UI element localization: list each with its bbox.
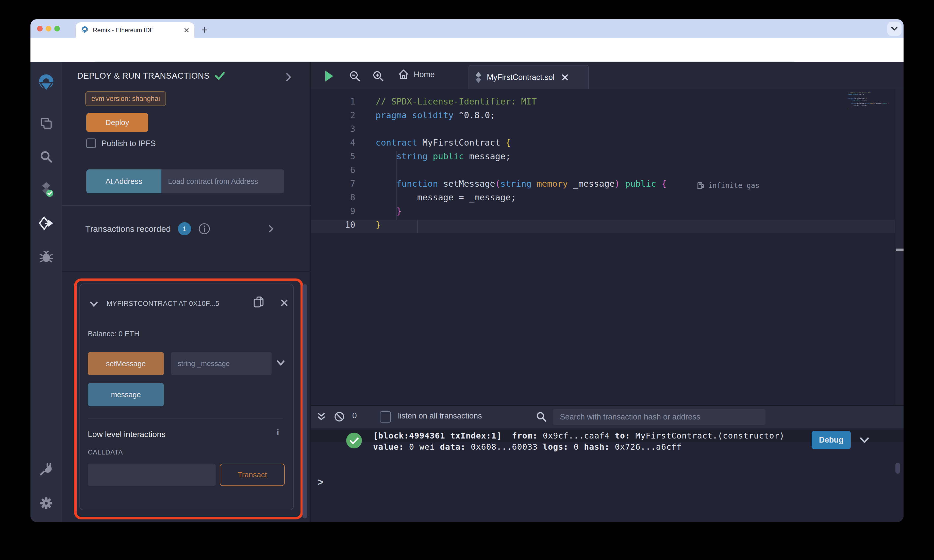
remix-app: DEPLOY & RUN TRANSACTIONS evm version: s…: [31, 62, 903, 522]
plugin-manager-icon[interactable]: [31, 458, 62, 480]
deploy-run-icon[interactable]: [31, 212, 62, 234]
home-icon: [398, 69, 409, 80]
browser-window: Remix - Ethereum IDE: [31, 19, 903, 522]
copy-address-icon[interactable]: [253, 296, 265, 309]
zoom-out-icon[interactable]: [349, 71, 361, 82]
file-explorer-icon[interactable]: [31, 112, 62, 134]
home-tab-label: Home: [414, 70, 435, 79]
close-window-button[interactable]: [37, 26, 43, 31]
new-tab-button[interactable]: [198, 23, 211, 37]
gas-estimate-label: infinite gas: [708, 182, 759, 190]
file-tab-label: MyFirstContract.sol: [487, 73, 555, 82]
at-address-input[interactable]: [162, 169, 284, 193]
code-editor[interactable]: 12345678910 // SPDX-License-Identifier: …: [311, 89, 903, 405]
section-divider: [62, 271, 311, 272]
solidity-compiler-icon[interactable]: [31, 178, 62, 200]
search-icon[interactable]: [31, 146, 62, 168]
evm-version-badge: evm version: shanghai: [85, 91, 166, 106]
transaction-log[interactable]: [block:4994361 txIndex:1] from: 0x9cf...…: [373, 430, 790, 452]
deploy-panel: DEPLOY & RUN TRANSACTIONS evm version: s…: [62, 62, 311, 522]
solidity-file-icon: [475, 72, 482, 83]
clear-console-icon[interactable]: [334, 411, 345, 422]
terminal-search-input[interactable]: [553, 409, 766, 425]
browser-tabstrip: Remix - Ethereum IDE: [31, 19, 903, 38]
plus-icon: [201, 27, 208, 33]
close-file-tab-icon[interactable]: [562, 74, 568, 81]
terminal-scrollbar[interactable]: [895, 463, 900, 474]
terminal-search-icon: [536, 411, 547, 422]
deploy-button[interactable]: Deploy: [86, 113, 148, 132]
overview-ruler-marker: [896, 249, 903, 251]
icon-panel: [31, 62, 62, 522]
at-address-button[interactable]: At Address: [86, 169, 162, 193]
transactions-recorded-label: Transactions recorded: [85, 224, 171, 234]
info-icon[interactable]: [198, 223, 210, 235]
remix-logo-icon[interactable]: [31, 72, 62, 94]
listen-all-tx-label: listen on all transactions: [398, 411, 482, 420]
transactions-expand-chevron-icon[interactable]: [268, 225, 274, 233]
panel-expand-chevron-icon[interactable]: [286, 72, 291, 82]
sidepanel-scrollbar[interactable]: [302, 284, 307, 518]
debug-button[interactable]: Debug: [812, 431, 851, 449]
card-divider: [88, 418, 283, 418]
low-level-info-icon[interactable]: i: [277, 428, 279, 437]
run-script-play-icon[interactable]: [324, 70, 334, 82]
compiled-check-icon: [215, 72, 225, 80]
code-content[interactable]: // SPDX-License-Identifier: MITpragma so…: [376, 96, 666, 233]
terminal-toolbar: 0 listen on all transactions: [311, 406, 903, 428]
terminal: 0 listen on all transactions [block:4994…: [311, 405, 903, 522]
minimize-window-button[interactable]: [46, 26, 51, 31]
collapse-terminal-icon[interactable]: [317, 412, 325, 422]
editor-toolbar: Home MyFirstContract.sol: [311, 62, 903, 89]
browser-tab[interactable]: Remix - Ethereum IDE: [76, 22, 194, 38]
pending-tx-count: 0: [352, 411, 357, 420]
zoom-window-button[interactable]: [54, 26, 60, 31]
settings-gear-icon[interactable]: [31, 492, 62, 514]
publish-ipfs-checkbox[interactable]: [86, 138, 96, 148]
listen-all-tx-checkbox[interactable]: [380, 411, 391, 423]
message-getter-button[interactable]: message: [88, 383, 164, 406]
remove-instance-icon[interactable]: [281, 299, 288, 306]
expand-log-chevron-icon[interactable]: [860, 437, 869, 443]
terminal-prompt[interactable]: >: [318, 477, 323, 488]
tab-home[interactable]: Home: [398, 69, 435, 80]
minimap[interactable]: // SPDX-License-Identifier: MITpragma so…: [848, 92, 895, 204]
tx-success-icon: [346, 433, 362, 448]
remix-favicon: [81, 26, 89, 34]
debugger-icon[interactable]: [31, 246, 62, 268]
tab-myfirstcontract[interactable]: MyFirstContract.sol: [469, 65, 589, 89]
contract-balance: Balance: 0 ETH: [88, 330, 139, 338]
expand-args-chevron-icon[interactable]: [277, 360, 285, 366]
set-message-input[interactable]: [171, 352, 271, 375]
panel-title: DEPLOY & RUN TRANSACTIONS: [77, 71, 210, 81]
line-numbers: 12345678910: [311, 96, 355, 233]
publish-ipfs-label: Publish to IPFS: [102, 139, 156, 148]
contract-instance-title[interactable]: MYFIRSTCONTRACT AT 0X10F...5: [106, 300, 234, 308]
set-message-button[interactable]: setMessage: [88, 352, 164, 375]
fuel-pump-icon: [697, 182, 704, 189]
browser-toolbar: remix.ethereum.org/#lang=en&optimize=fal…: [31, 38, 903, 62]
calldata-label: CALLDATA: [88, 448, 123, 456]
chevron-down-icon: [891, 27, 897, 31]
tab-search-button[interactable]: [887, 22, 902, 36]
screen: Remix - Ethereum IDE: [0, 0, 934, 560]
deployed-contract-card: MYFIRSTCONTRACT AT 0X10F...5 Balance: 0 …: [79, 283, 294, 510]
collapse-chevron-icon[interactable]: [90, 301, 98, 307]
tab-title: Remix - Ethereum IDE: [93, 27, 184, 34]
low-level-title: Low level interactions: [88, 430, 165, 439]
transact-button[interactable]: Transact: [220, 464, 285, 486]
transactions-count-badge: 1: [178, 222, 191, 235]
gas-estimate-note: infinite gas: [697, 178, 759, 192]
editor-scroll-strip: [895, 89, 903, 405]
main-area: Home MyFirstContract.sol 12345: [311, 62, 903, 522]
section-divider: [62, 205, 311, 206]
calldata-input[interactable]: [88, 464, 216, 486]
zoom-in-icon[interactable]: [373, 71, 384, 82]
close-tab-icon[interactable]: [184, 28, 190, 33]
at-address-group: At Address: [86, 169, 284, 193]
